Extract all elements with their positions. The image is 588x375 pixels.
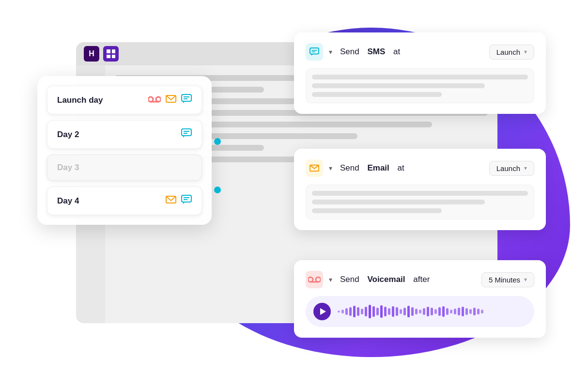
sms-icon-launch bbox=[181, 94, 192, 106]
sms-timing-dropdown[interactable]: Launch ▾ bbox=[489, 45, 534, 60]
wave-bar bbox=[341, 310, 344, 313]
wave-bar bbox=[392, 306, 394, 317]
wave-bar bbox=[357, 307, 359, 316]
wave-bar bbox=[384, 307, 387, 316]
sms-icon-day4 bbox=[181, 195, 192, 207]
voicemail-header-text: Send Voicemail after bbox=[340, 275, 476, 284]
wave-bar bbox=[469, 309, 472, 314]
wave-bar bbox=[434, 309, 437, 314]
wave-bar bbox=[454, 309, 456, 314]
sms-at-label: at bbox=[393, 47, 400, 57]
email-chevron-icon: ▾ bbox=[329, 164, 332, 172]
voicemail-dropdown-chevron: ▾ bbox=[524, 276, 527, 283]
wave-bar bbox=[380, 305, 383, 318]
sms-line-3 bbox=[312, 92, 442, 97]
svg-point-19 bbox=[316, 277, 321, 282]
app-logo: H bbox=[84, 46, 99, 62]
wave-bar bbox=[446, 308, 449, 315]
voicemail-type-label: Voicemail bbox=[367, 275, 405, 284]
svg-rect-4 bbox=[182, 94, 191, 101]
connector-dot-2 bbox=[214, 187, 221, 193]
grid-icon bbox=[103, 46, 119, 62]
wave-bar bbox=[388, 308, 390, 315]
email-timing-dropdown[interactable]: Launch ▾ bbox=[489, 161, 534, 176]
sms-line-1 bbox=[312, 75, 528, 79]
sms-content-area bbox=[306, 68, 534, 103]
wave-bar bbox=[481, 310, 483, 313]
wave-bar bbox=[450, 310, 452, 313]
connector-dot-1 bbox=[214, 138, 221, 145]
wave-bar bbox=[465, 308, 468, 315]
logo-letter: H bbox=[89, 49, 94, 58]
sms-chevron-icon: ▾ bbox=[329, 48, 332, 56]
wave-bar bbox=[403, 308, 406, 315]
wave-bar bbox=[365, 307, 367, 316]
day-item-4[interactable]: Day 4 bbox=[47, 187, 202, 215]
wave-bar bbox=[376, 308, 379, 315]
wave-bar bbox=[372, 306, 375, 317]
email-card-header: ▾ Send Email at Launch ▾ bbox=[306, 159, 534, 177]
scene: H Launch day bbox=[28, 13, 560, 362]
wave-bar bbox=[438, 307, 441, 316]
wave-bar bbox=[415, 309, 418, 314]
wave-bar bbox=[458, 308, 460, 315]
email-dropdown-value: Launch bbox=[496, 164, 520, 172]
sms-card: ▾ Send SMS at Launch ▾ bbox=[294, 32, 546, 114]
day-item-2[interactable]: Day 2 bbox=[47, 120, 202, 149]
day-label-4: Day 4 bbox=[57, 196, 79, 206]
voicemail-after-label: after bbox=[413, 275, 430, 284]
wave-bar bbox=[423, 308, 425, 315]
email-card-icon bbox=[306, 159, 323, 177]
wave-bar bbox=[396, 307, 398, 316]
wave-bar bbox=[442, 306, 445, 317]
voicemail-timing-dropdown[interactable]: 5 Minutes ▾ bbox=[481, 272, 534, 287]
day-icons-4 bbox=[166, 195, 192, 207]
email-line-2 bbox=[312, 200, 485, 204]
email-dropdown-chevron: ▾ bbox=[524, 165, 527, 172]
day-label-launch: Launch day bbox=[57, 95, 103, 105]
email-line-1 bbox=[312, 191, 528, 196]
wave-bar bbox=[400, 309, 402, 314]
day-label-2: Day 2 bbox=[57, 130, 79, 140]
voicemail-player bbox=[306, 296, 534, 327]
svg-rect-14 bbox=[310, 48, 319, 54]
days-panel: Launch day bbox=[37, 76, 212, 225]
sms-type-label: SMS bbox=[367, 47, 385, 57]
email-card: ▾ Send Email at Launch ▾ bbox=[294, 149, 546, 230]
email-header-text: Send Email at bbox=[340, 163, 483, 173]
day-item-3[interactable]: Day 3 bbox=[47, 155, 202, 181]
wave-bar bbox=[369, 305, 371, 318]
email-send-label: Send bbox=[340, 163, 359, 173]
play-button[interactable] bbox=[313, 303, 331, 320]
svg-rect-7 bbox=[182, 129, 191, 136]
sms-header-text: Send SMS at bbox=[340, 47, 483, 57]
voicemail-dropdown-value: 5 Minutes bbox=[489, 276, 520, 284]
wave-bar bbox=[473, 308, 476, 315]
wave-bar bbox=[427, 307, 429, 316]
voicemail-chevron-icon: ▾ bbox=[329, 276, 332, 283]
day-item-launch[interactable]: Launch day bbox=[47, 86, 202, 114]
email-icon-launch bbox=[166, 95, 176, 105]
sms-dropdown-chevron: ▾ bbox=[524, 48, 527, 55]
wave-bar bbox=[407, 306, 410, 317]
voicemail-card-header: ▾ Send Voicemail after 5 Minutes ▾ bbox=[306, 271, 534, 288]
sms-line-2 bbox=[312, 83, 485, 88]
svg-point-18 bbox=[308, 277, 313, 282]
email-content-area bbox=[306, 185, 534, 219]
sms-card-header: ▾ Send SMS at Launch ▾ bbox=[306, 43, 534, 61]
email-at-label: at bbox=[398, 163, 404, 173]
wave-bar bbox=[431, 308, 433, 315]
voicemail-send-label: Send bbox=[340, 275, 359, 284]
email-icon-day4 bbox=[166, 196, 176, 206]
sms-dropdown-value: Launch bbox=[496, 48, 520, 56]
waveform bbox=[338, 305, 526, 318]
voicemail-card: ▾ Send Voicemail after 5 Minutes ▾ bbox=[294, 260, 546, 338]
svg-rect-11 bbox=[182, 195, 191, 202]
wave-bar bbox=[345, 308, 348, 315]
wave-bar bbox=[349, 307, 352, 316]
wave-bar bbox=[462, 307, 464, 316]
day-icons-launch bbox=[148, 94, 192, 106]
voicemail-icon bbox=[148, 94, 161, 106]
voicemail-card-icon bbox=[306, 271, 323, 288]
wave-bar bbox=[419, 310, 421, 313]
